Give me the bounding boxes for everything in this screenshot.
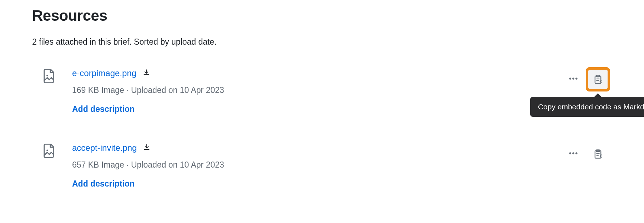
file-name-link[interactable]: e-corpimage.png [72, 68, 136, 78]
more-icon[interactable] [568, 74, 578, 85]
image-file-icon [43, 144, 58, 159]
copy-markdown-button[interactable]: Copy embedded code as Markdown [588, 70, 608, 89]
svg-point-9 [569, 152, 571, 154]
file-meta: 657 KB Image · Uploaded on 10 Apr 2023 [72, 160, 568, 170]
file-title-line: accept-invite.png [72, 143, 568, 153]
file-row: accept-invite.png 657 KB Image · Uploade… [43, 125, 612, 199]
svg-point-11 [575, 152, 578, 154]
download-icon[interactable] [143, 69, 150, 78]
add-description-button[interactable]: Add description [72, 179, 135, 189]
more-icon[interactable] [568, 148, 578, 160]
svg-point-1 [569, 78, 571, 80]
tooltip-copy-markdown: Copy embedded code as Markdown [530, 97, 644, 117]
file-row: e-corpimage.png 169 KB Image · Uploaded … [43, 65, 612, 125]
file-body: accept-invite.png 657 KB Image · Uploade… [72, 143, 568, 189]
file-body: e-corpimage.png 169 KB Image · Uploaded … [72, 68, 568, 114]
row-actions [568, 143, 612, 164]
row-actions: Copy embedded code as Markdown [568, 68, 612, 89]
file-list: e-corpimage.png 169 KB Image · Uploaded … [43, 65, 612, 199]
svg-point-2 [572, 78, 574, 80]
image-file-icon [43, 69, 58, 85]
svg-point-3 [575, 78, 578, 80]
page-title: Resources [32, 7, 612, 24]
svg-point-0 [46, 75, 48, 76]
svg-point-10 [572, 152, 574, 154]
file-title-line: e-corpimage.png [72, 68, 568, 78]
copy-markdown-button[interactable] [588, 144, 608, 164]
add-description-button[interactable]: Add description [72, 104, 135, 114]
file-name-link[interactable]: accept-invite.png [72, 143, 137, 153]
page-subtitle: 2 files attached in this brief. Sorted b… [32, 37, 612, 47]
svg-point-8 [46, 149, 48, 151]
file-meta: 169 KB Image · Uploaded on 10 Apr 2023 [72, 85, 568, 95]
download-icon[interactable] [143, 144, 150, 152]
